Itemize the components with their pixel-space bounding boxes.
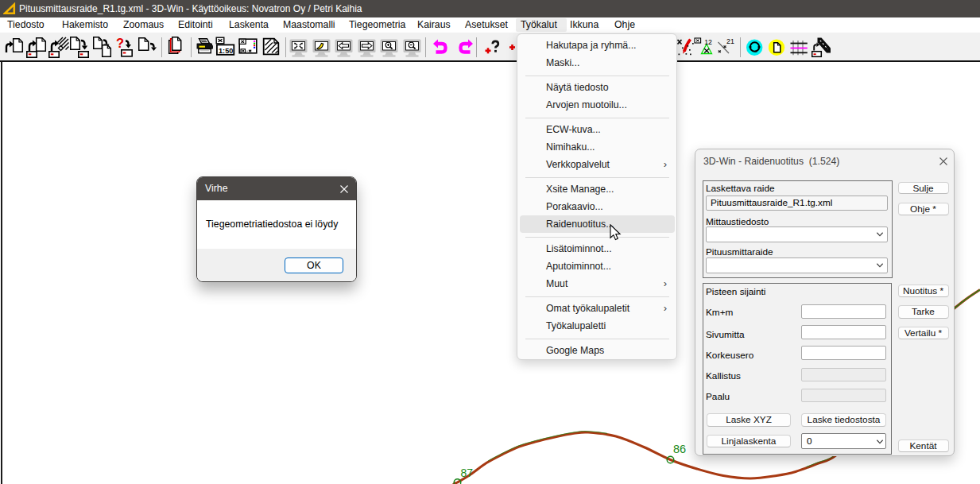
svg-text:87: 87 <box>461 467 474 479</box>
svg-text:12: 12 <box>704 38 712 46</box>
svg-text:1:50: 1:50 <box>219 47 233 55</box>
svg-text:?: ? <box>116 37 124 50</box>
svg-text:21: 21 <box>726 37 734 45</box>
svg-text:86: 86 <box>673 443 686 455</box>
